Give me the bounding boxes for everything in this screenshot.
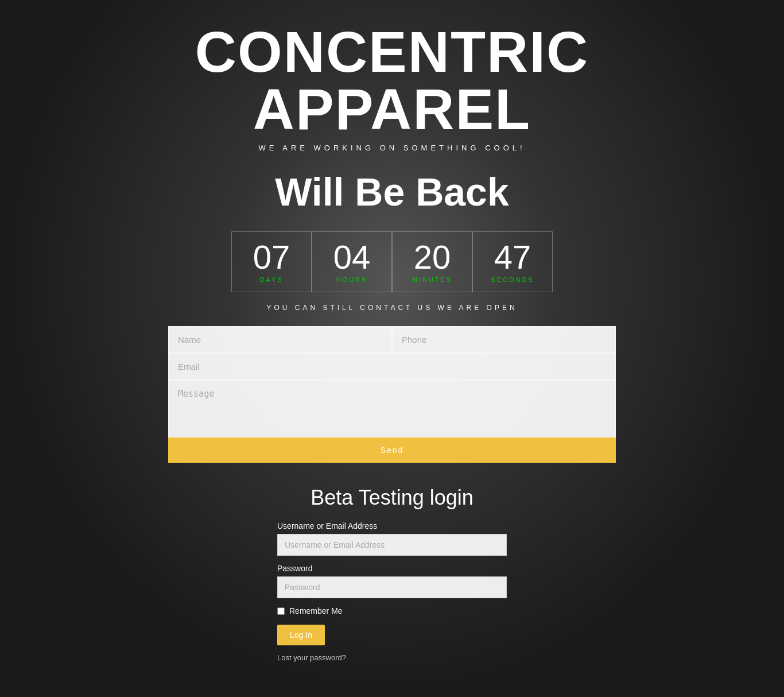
lost-password-link[interactable]: Lost your password?: [277, 653, 346, 662]
countdown-hours: 04 HOURS: [312, 231, 392, 292]
hours-value: 04: [329, 241, 374, 274]
name-input[interactable]: [168, 326, 392, 353]
tagline: WE ARE WORKING ON SOMETHING COOL!: [258, 144, 525, 152]
remember-me-row: Remember Me: [277, 606, 343, 615]
message-input[interactable]: [168, 380, 616, 437]
login-section: Beta Testing login Username or Email Add…: [277, 486, 507, 662]
beta-login-title: Beta Testing login: [277, 486, 507, 510]
will-be-back-heading: Will Be Back: [275, 169, 509, 214]
minutes-label: MINUTES: [410, 276, 455, 283]
contact-tagline: YOU CAN STILL CONTACT US WE ARE OPEN: [266, 304, 517, 312]
login-button[interactable]: Log In: [277, 625, 325, 645]
send-button[interactable]: Send: [168, 437, 616, 463]
seconds-label: SECONDS: [490, 276, 535, 283]
remember-me-checkbox[interactable]: [277, 607, 285, 615]
remember-me-label: Remember Me: [289, 606, 343, 615]
days-label: DAYS: [249, 276, 294, 283]
username-label: Username or Email Address: [277, 521, 377, 531]
contact-form: Send: [168, 326, 616, 463]
page-title: CONCENTRIC APPAREL: [195, 23, 589, 138]
password-input[interactable]: [277, 576, 507, 598]
phone-input[interactable]: [392, 326, 616, 353]
countdown-days: 07 DAYS: [231, 231, 312, 292]
countdown-timer: 07 DAYS 04 HOURS 20 MINUTES 47 SECONDS: [231, 231, 553, 292]
days-value: 07: [249, 241, 294, 274]
countdown-seconds: 47 SECONDS: [472, 231, 553, 292]
email-input[interactable]: [168, 353, 616, 380]
password-label: Password: [277, 564, 312, 573]
countdown-minutes: 20 MINUTES: [392, 231, 472, 292]
seconds-value: 47: [490, 241, 535, 274]
hours-label: HOURS: [329, 276, 374, 283]
minutes-value: 20: [410, 241, 455, 274]
username-input[interactable]: [277, 534, 507, 556]
